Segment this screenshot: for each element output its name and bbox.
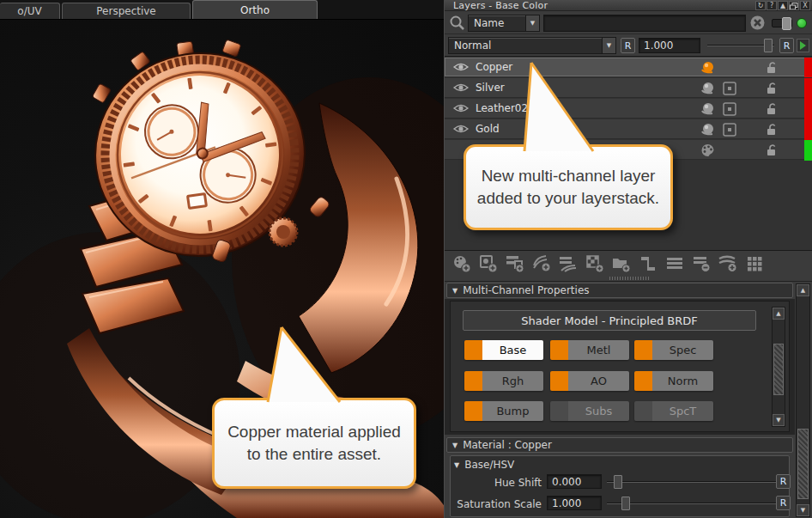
inner-scrollbar[interactable]: ▲ ▼ — [772, 307, 785, 427]
grid-view-icon[interactable] — [744, 253, 765, 274]
scrollbar-thumb[interactable] — [797, 429, 809, 499]
play-icon[interactable] — [797, 39, 809, 52]
reset-opacity-button[interactable]: R — [779, 38, 794, 53]
cache-box-icon[interactable] — [723, 123, 736, 137]
channel-button-norm[interactable]: Norm — [634, 371, 713, 391]
channel-swatch — [464, 401, 482, 421]
material-copper-header[interactable]: ▼ Material : Copper — [446, 437, 793, 453]
tab-ortho[interactable]: Ortho — [192, 0, 318, 19]
close-icon[interactable]: X — [800, 1, 810, 10]
share-layer-icon[interactable] — [718, 253, 738, 274]
add-palette-icon[interactable] — [451, 253, 472, 274]
layer-name: Copper — [476, 61, 512, 73]
status-indicator — [797, 18, 807, 28]
resize-grip[interactable] — [609, 277, 649, 280]
cache-box-icon[interactable] — [723, 82, 736, 95]
shader-model-button[interactable]: Shader Model - Principled BRDF — [463, 310, 756, 331]
channel-swatch — [550, 340, 568, 360]
layer-row-copper[interactable]: Copper — [445, 58, 812, 77]
lock-open-icon[interactable] — [766, 61, 778, 74]
visibility-eye-icon[interactable] — [453, 103, 469, 113]
properties-scrollbar[interactable]: ▲ ▼ — [796, 283, 810, 517]
refresh-icon[interactable]: ↻ — [755, 1, 766, 10]
multichannel-properties-header[interactable]: ▼ Multi-Channel Properties — [446, 283, 793, 298]
visibility-eye-icon[interactable] — [453, 62, 469, 72]
channel-button-bump[interactable]: Bump — [464, 401, 543, 421]
layer-status-strip — [804, 140, 812, 161]
remove-layer-icon[interactable] — [691, 253, 712, 274]
add-procedural-layer-icon[interactable] — [585, 253, 605, 274]
material-sphere-icon[interactable] — [700, 101, 716, 117]
reset-blend-button[interactable]: R — [621, 38, 635, 53]
layer-row-gold[interactable]: Gold — [445, 119, 812, 139]
tab-uv[interactable]: o/UV — [0, 3, 60, 19]
opacity-slider-handle[interactable] — [764, 39, 773, 52]
filter-toggle[interactable] — [772, 19, 792, 27]
scroll-down-icon[interactable]: ▼ — [797, 504, 809, 516]
layer-list-icon[interactable] — [664, 253, 685, 274]
add-adjustment-layer-icon[interactable] — [531, 253, 552, 274]
palette-icon[interactable] — [700, 143, 716, 158]
base-hsv-header[interactable]: ▼ Base/HSV — [454, 459, 514, 471]
3d-viewport[interactable]: o/UV Perspective Ortho — [0, 0, 445, 518]
viewport-callout-text: Copper material applied to the entire as… — [227, 421, 402, 466]
layer-row-silver[interactable]: Silver — [445, 78, 812, 98]
viewport-tab-bar: o/UV Perspective Ortho — [0, 0, 445, 20]
lock-open-icon[interactable] — [766, 102, 778, 115]
channel-label: AO — [568, 371, 629, 391]
blend-mode-dropdown[interactable]: Normal ▼ — [448, 37, 616, 54]
reset-saturation-button[interactable]: R — [776, 496, 791, 510]
scrollbar-thumb[interactable] — [773, 344, 784, 395]
channel-button-ao[interactable]: AO — [550, 371, 629, 391]
opacity-input[interactable] — [639, 38, 700, 53]
saturation-scale-input[interactable] — [547, 496, 602, 510]
triangle-icon[interactable]: ▲ — [778, 1, 788, 10]
panel-titlebar[interactable]: Layers - Base Color ↻ ? ▲ X — [445, 0, 812, 11]
tab-perspective-label: Perspective — [96, 5, 156, 17]
help-icon[interactable]: ? — [767, 1, 777, 10]
scroll-down-icon[interactable]: ▼ — [773, 414, 785, 426]
clear-search-icon[interactable] — [750, 15, 765, 30]
base-hsv-group: ▼ Base/HSV Hue Shift R Saturation Scale … — [450, 455, 790, 517]
adjustment-stack-icon[interactable] — [558, 253, 579, 274]
layer-status-strip — [804, 119, 812, 140]
tab-perspective[interactable]: Perspective — [62, 3, 191, 19]
viewport-callout-tail — [260, 324, 346, 405]
channel-button-metl[interactable]: Metl — [550, 340, 629, 360]
chevron-down-icon: ▼ — [525, 15, 539, 31]
hue-shift-slider-handle[interactable] — [614, 475, 622, 489]
reset-hue-shift-button[interactable]: R — [776, 474, 791, 489]
search-filter-dropdown[interactable]: Name ▼ — [468, 15, 540, 32]
channel-button-rgh[interactable]: Rgh — [464, 371, 543, 391]
channel-button-base[interactable]: Base — [464, 340, 543, 360]
material-sphere-icon[interactable] — [700, 81, 716, 96]
saturation-scale-slider-handle[interactable] — [621, 497, 630, 510]
restore-icon[interactable] — [789, 1, 799, 10]
channel-button-spec[interactable]: Spec — [634, 340, 713, 360]
lock-open-icon[interactable] — [766, 82, 778, 94]
add-group-icon[interactable] — [611, 253, 632, 274]
visibility-eye-icon[interactable] — [453, 82, 469, 93]
add-channel-layer-icon[interactable] — [505, 253, 525, 274]
material-sphere-icon[interactable] — [700, 122, 716, 137]
visibility-eye-icon[interactable] — [453, 124, 469, 134]
search-input[interactable] — [543, 15, 746, 32]
saturation-scale-slider[interactable] — [607, 496, 777, 511]
lock-open-icon[interactable] — [766, 143, 778, 156]
hue-shift-input[interactable] — [547, 474, 602, 489]
scroll-up-icon[interactable]: ▲ — [773, 308, 785, 320]
chevron-down-icon: ▼ — [602, 38, 615, 53]
merge-layers-icon[interactable] — [638, 253, 658, 274]
scroll-up-icon[interactable]: ▲ — [797, 284, 809, 296]
cache-box-icon[interactable] — [723, 102, 736, 116]
lock-open-icon[interactable] — [766, 123, 778, 136]
material-sphere-icon-orange[interactable] — [700, 60, 716, 76]
channel-swatch — [634, 371, 652, 391]
hue-shift-slider[interactable] — [607, 474, 777, 490]
channel-button-spct[interactable]: SpcT — [634, 401, 713, 421]
add-paint-layer-icon[interactable] — [478, 253, 499, 274]
opacity-slider[interactable] — [707, 38, 774, 53]
base-hsv-title: Base/HSV — [464, 459, 514, 471]
channel-button-subs[interactable]: Subs — [550, 401, 629, 421]
layer-row-leather02[interactable]: Leather02 — [445, 99, 812, 119]
